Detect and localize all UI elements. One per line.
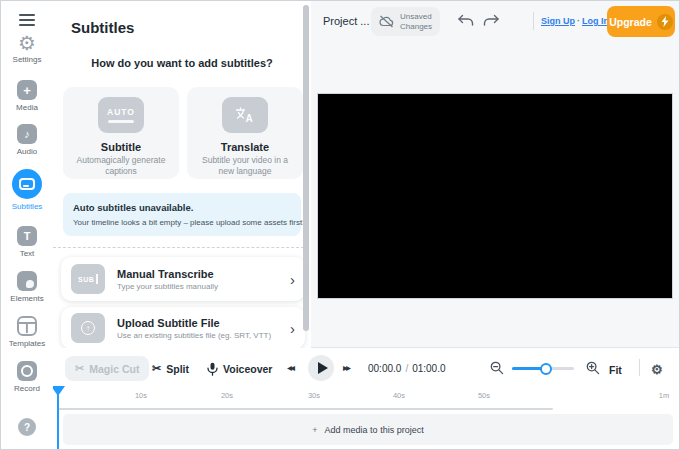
current-time: 00:00.0	[368, 363, 401, 374]
sidebar-item-media[interactable]: + Media	[1, 80, 53, 112]
subtitle-option-cards: AUTO Subtitle Automagically generate cap…	[63, 87, 303, 179]
unsaved-changes-badge: Unsaved Changes	[371, 7, 440, 36]
sign-up-link[interactable]: Sign Up	[541, 16, 575, 26]
translate-icon: A	[222, 97, 268, 133]
unsaved-line1: Unsaved	[400, 12, 432, 21]
sidebar-item-label: Record	[14, 384, 40, 393]
fit-button[interactable]: Fit	[609, 357, 622, 382]
page-title: Subtitles	[71, 19, 134, 36]
sidebar-item-label: Media	[16, 103, 38, 112]
card-description: Subtitle your video in a new language	[187, 155, 303, 177]
list-item-description: Use an existing subtitles file (eg. SRT,…	[117, 331, 271, 340]
sidebar-item-elements[interactable]: Elements	[1, 271, 53, 303]
chevron-right-icon: ›	[290, 321, 295, 336]
zoom-out-button[interactable]	[490, 361, 504, 378]
list-item-title: Upload Subtitle File	[117, 317, 271, 329]
rewind-button[interactable]: ◂◂	[287, 362, 293, 373]
divider	[53, 247, 309, 248]
sidebar-item-settings[interactable]: ⚙ Settings	[1, 34, 53, 64]
templates-icon	[17, 316, 37, 336]
text-icon: T	[17, 226, 37, 246]
scissors-icon: ✂	[75, 362, 84, 375]
fast-forward-button[interactable]: ▸▸	[343, 362, 349, 373]
upgrade-button[interactable]: Upgrade	[607, 6, 675, 37]
project-name[interactable]: Project ...	[323, 15, 369, 27]
duration: 01:00.0	[412, 363, 445, 374]
translate-card[interactable]: A Translate Subtitle your video in a new…	[187, 87, 303, 179]
sidebar-item-subtitles[interactable]: Subtitles	[1, 169, 53, 211]
undo-button[interactable]	[457, 14, 474, 30]
card-title: Translate	[187, 141, 303, 153]
plus-icon: +	[312, 425, 317, 435]
ruler-tick-label: 40s	[390, 391, 408, 400]
magic-cut-button[interactable]: ✂ Magic Cut	[65, 356, 149, 381]
panel-question: How do you want to add subtitles?	[53, 57, 311, 69]
notice-title: Auto subtitles unavailable.	[73, 202, 291, 213]
unsaved-line2: Changes	[400, 22, 432, 31]
voiceover-button[interactable]: Voiceover	[207, 356, 272, 381]
card-title: Subtitle	[63, 141, 179, 153]
sidebar-item-record[interactable]: Record	[1, 361, 53, 393]
ruler-tick-label: 30s	[305, 391, 323, 400]
cloud-off-icon	[379, 15, 394, 28]
ruler-tick-label: 1m	[656, 391, 672, 400]
ruler-tick-label: 50s	[475, 391, 493, 400]
ruler-tick-label: 20s	[218, 391, 236, 400]
redo-button[interactable]	[483, 14, 500, 30]
upload-subtitle-file-item[interactable]: ↑ Upload Subtitle File Use an existing s…	[61, 307, 305, 348]
microphone-icon	[207, 362, 218, 376]
sidebar-item-label: Subtitles	[12, 202, 43, 211]
chevron-right-icon: ›	[290, 272, 295, 287]
auto-subtitles-unavailable-notice: Auto subtitles unavailable. Your timelin…	[63, 193, 301, 236]
auto-subtitle-card[interactable]: AUTO Subtitle Automagically generate cap…	[63, 87, 179, 179]
manual-transcribe-item[interactable]: SUB Manual Transcribe Type your subtitle…	[61, 257, 305, 301]
help-button[interactable]: ?	[1, 418, 53, 436]
elements-icon	[17, 271, 37, 291]
camera-icon	[17, 361, 37, 381]
sidebar-item-label: Audio	[17, 147, 37, 156]
subtitles-panel: Subtitles How do you want to add subtitl…	[53, 1, 311, 348]
timeline-ruler[interactable]: 10s 20s 30s 40s 50s 1m	[53, 388, 680, 408]
scissors-icon: ✂	[152, 362, 161, 375]
slider-knob[interactable]	[540, 363, 552, 375]
ruler-tick-label: 10s	[132, 391, 150, 400]
panel-scrollbar[interactable]	[303, 5, 309, 331]
gear-icon: ⚙	[18, 34, 36, 52]
preview-area: Project ... Unsaved Changes	[311, 1, 680, 348]
sidebar-item-label: Settings	[13, 55, 42, 64]
svg-text:A: A	[246, 113, 253, 124]
subtitles-icon	[12, 169, 42, 199]
timeline-zoom-slider[interactable]	[512, 367, 574, 370]
playhead[interactable]	[51, 386, 65, 396]
sidebar-item-label: Text	[20, 249, 35, 258]
menu-icon[interactable]	[19, 14, 35, 29]
video-canvas[interactable]	[317, 93, 673, 299]
log-in-link[interactable]: Log In	[582, 16, 609, 26]
divider	[533, 12, 534, 30]
notice-body: Your timeline looks a bit empty – please…	[73, 218, 291, 227]
auto-subtitle-icon: AUTO	[98, 97, 144, 133]
timeline-section: ✂ Magic Cut ✂ Split Voiceover ◂◂ ▸▸ 00:0…	[53, 347, 680, 450]
list-item-title: Manual Transcribe	[117, 268, 218, 280]
sidebar-item-label: Templates	[9, 339, 45, 348]
sidebar-item-text[interactable]: T Text	[1, 226, 53, 258]
question-icon: ?	[18, 418, 36, 436]
timeline-settings-button[interactable]: ⚙	[651, 357, 663, 382]
play-icon	[318, 362, 328, 374]
add-media-button[interactable]: +Add media to this project	[63, 414, 673, 445]
plus-icon: +	[17, 80, 37, 100]
sidebar-item-audio[interactable]: ♪ Audio	[1, 124, 53, 156]
sidebar: ⚙ Settings + Media ♪ Audio Subtitles T T…	[1, 1, 53, 450]
video-editor-window: ⚙ Settings + Media ♪ Audio Subtitles T T…	[0, 0, 680, 450]
play-button[interactable]	[308, 355, 334, 381]
sub-badge-icon: SUB	[71, 264, 105, 294]
list-item-description: Type your subtitles manually	[117, 282, 218, 291]
upload-icon: ↑	[71, 313, 105, 343]
split-button[interactable]: ✂ Split	[152, 356, 189, 381]
timecode-display: 00:00.0/01:00.0	[368, 363, 446, 374]
zoom-in-button[interactable]	[586, 361, 600, 378]
timeline-scroll-track	[58, 408, 553, 410]
card-description: Automagically generate captions	[63, 155, 179, 177]
sidebar-item-templates[interactable]: Templates	[1, 316, 53, 348]
sidebar-item-label: Elements	[10, 294, 43, 303]
